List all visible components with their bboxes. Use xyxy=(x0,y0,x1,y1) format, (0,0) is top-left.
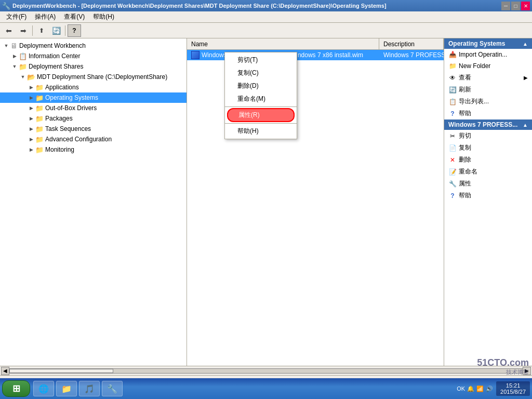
toolbar-up[interactable]: ⬆ xyxy=(35,24,48,37)
action-export-list-label: 导出列表... xyxy=(459,97,489,106)
scroll-left-btn[interactable]: ◀ xyxy=(1,367,9,375)
maximize-button[interactable]: □ xyxy=(511,2,520,10)
clock-area[interactable]: 15:21 2015/8/27 xyxy=(496,381,530,396)
action-help-win7[interactable]: ? 帮助 xyxy=(444,190,532,202)
col-name-label: Name xyxy=(191,41,208,48)
menu-view[interactable]: 查看(V) xyxy=(60,11,89,22)
app-icon: 🔧 xyxy=(2,2,10,10)
taskbar-explorer[interactable]: 📁 xyxy=(56,381,77,396)
tree-label-task-sequences: Task Sequences xyxy=(45,125,91,132)
ctx-separator xyxy=(225,107,297,107)
tree-item-packages[interactable]: ▶ 📁 Packages xyxy=(0,113,187,124)
tree-item-monitoring[interactable]: ▶ 📁 Monitoring xyxy=(0,144,187,155)
tree-toggle-packages[interactable]: ▶ xyxy=(27,114,35,123)
tree-item-advanced-configuration[interactable]: ▶ 📁 Advanced Configuration xyxy=(0,134,187,144)
clock-time: 15:21 xyxy=(500,382,526,389)
actions-section-win7-chevron[interactable]: ▲ xyxy=(523,122,528,128)
action-export-list[interactable]: 📋 导出列表... xyxy=(444,96,532,108)
tree-toggle-information-center[interactable]: ▶ xyxy=(10,52,19,60)
tree-toggle-deployment-workbench[interactable]: ▼ xyxy=(2,42,10,50)
action-rename[interactable]: 📝 重命名 xyxy=(444,166,532,178)
action-refresh-label: 刷新 xyxy=(459,85,471,94)
action-import-os[interactable]: 📥 Import Operatin... xyxy=(444,49,532,60)
sys-tray: OK 🔔 📶 🔊 xyxy=(457,385,493,392)
ctx-cut[interactable]: 剪切(T) xyxy=(225,54,297,66)
window-title: DeploymentWorkbench - [Deployment Workbe… xyxy=(12,3,501,9)
minimize-button[interactable]: ─ xyxy=(501,2,510,10)
action-delete[interactable]: ✕ 删除 xyxy=(444,154,532,166)
tree-pane: ▼ 🖥 Deployment Workbench ▶ 📋 Information… xyxy=(0,38,187,366)
tree-item-operating-systems[interactable]: ▶ 📁 Operating Systems xyxy=(0,92,187,103)
ctx-help[interactable]: 帮助(H) xyxy=(225,125,297,138)
menu-help[interactable]: 帮助(H) xyxy=(89,11,118,22)
ctx-rename[interactable]: 重命名(M) xyxy=(225,92,297,105)
action-new-folder[interactable]: 📁 New Folder xyxy=(444,60,532,72)
taskbar-ie[interactable]: 🌐 xyxy=(33,381,54,396)
tree-toggle-applications[interactable]: ▶ xyxy=(27,83,35,91)
close-button[interactable]: ✕ xyxy=(521,2,530,10)
help-win7-icon: ? xyxy=(448,192,457,200)
clock-date: 2015/8/27 xyxy=(500,389,526,395)
action-view[interactable]: 👁 查看 ▶ xyxy=(444,72,532,84)
action-cut[interactable]: ✂ 剪切 xyxy=(444,130,532,142)
actions-section-os: Operating Systems ▲ xyxy=(444,38,532,49)
tree-toggle-mdt[interactable]: ▼ xyxy=(19,73,27,81)
action-cut-label: 剪切 xyxy=(459,131,471,140)
col-header-name[interactable]: Name xyxy=(187,38,379,49)
scrollbar-thumb[interactable] xyxy=(9,369,113,373)
toolbar-back[interactable]: ⬅ xyxy=(2,24,16,37)
tree-item-applications[interactable]: ▶ 📁 Applications xyxy=(0,82,187,92)
tree-toggle-monitoring[interactable]: ▶ xyxy=(27,145,35,154)
taskbar-tools[interactable]: 🔧 xyxy=(102,381,123,396)
title-bar: 🔧 DeploymentWorkbench - [Deployment Work… xyxy=(0,0,532,11)
tree-toggle-advanced[interactable]: ▶ xyxy=(27,135,35,143)
ctx-separator-2 xyxy=(225,123,297,124)
ctx-properties[interactable]: 属性(R) xyxy=(227,108,295,122)
rename-icon: 📝 xyxy=(448,168,457,176)
menu-file[interactable]: 文件(F) xyxy=(2,11,31,22)
action-properties[interactable]: 🔧 属性 xyxy=(444,178,532,190)
toolbar-refresh[interactable]: 🔄 xyxy=(49,24,63,37)
view-submenu-arrow: ▶ xyxy=(524,75,528,81)
new-folder-icon: 📁 xyxy=(448,62,457,70)
tree-toggle-os[interactable]: ▶ xyxy=(27,94,35,102)
start-button[interactable]: ⊞ xyxy=(2,380,30,397)
tree-label-drivers: Out-of-Box Drivers xyxy=(45,104,97,112)
toolbar: ⬅ ➡ ⬆ 🔄 ? xyxy=(0,23,532,38)
tree-item-oob-drivers[interactable]: ▶ 📁 Out-of-Box Drivers xyxy=(0,103,187,113)
deployment-shares-icon: 📁 xyxy=(19,63,27,71)
tree-item-mdt-deployment-share[interactable]: ▼ 📂 MDT Deployment Share (C:\DeploymentS… xyxy=(0,72,187,82)
tree-toggle-deployment-shares[interactable]: ▼ xyxy=(10,62,19,71)
taskbar-media[interactable]: 🎵 xyxy=(79,381,100,396)
mdt-icon: 📂 xyxy=(27,73,35,81)
tree-toggle-task-sequences[interactable]: ▶ xyxy=(27,125,35,133)
taskbar-right: OK 🔔 📶 🔊 15:21 2015/8/27 xyxy=(457,381,530,396)
toolbar-forward[interactable]: ➡ xyxy=(17,24,30,37)
scroll-right-btn[interactable]: ▶ xyxy=(523,367,531,375)
tree-item-information-center[interactable]: ▶ 📋 Information Center xyxy=(0,51,187,61)
tree-toggle-drivers[interactable]: ▶ xyxy=(27,104,35,112)
tree-item-deployment-shares[interactable]: ▼ 📁 Deployment Shares xyxy=(0,61,187,72)
cut-icon: ✂ xyxy=(448,132,457,140)
ctx-delete[interactable]: 删除(D) xyxy=(225,79,297,92)
deployment-workbench-icon: 🖥 xyxy=(10,42,18,50)
tree-label-os: Operating Systems xyxy=(45,94,98,101)
ctx-copy[interactable]: 复制(C) xyxy=(225,66,297,79)
actions-section-win7-label: Windows 7 PROFESS... xyxy=(448,121,517,128)
toolbar-help[interactable]: ? xyxy=(68,24,81,37)
col-header-description[interactable]: Description xyxy=(379,38,444,49)
scrollbar-track[interactable] xyxy=(9,368,523,374)
tree-label-applications: Applications xyxy=(45,84,79,91)
help-os-icon: ? xyxy=(448,110,457,118)
applications-icon: 📁 xyxy=(35,84,44,91)
menu-action[interactable]: 操作(A) xyxy=(31,11,60,22)
actions-section-os-chevron[interactable]: ▲ xyxy=(523,41,528,47)
action-properties-label: 属性 xyxy=(459,179,471,188)
action-refresh[interactable]: 🔄 刷新 xyxy=(444,84,532,96)
tray-icon-2: 📶 xyxy=(476,385,484,392)
tree-item-deployment-workbench[interactable]: ▼ 🖥 Deployment Workbench xyxy=(0,41,187,51)
view-icon: 👁 xyxy=(448,74,457,82)
action-help-os[interactable]: ? 帮助 xyxy=(444,108,532,119)
action-copy[interactable]: 📄 复制 xyxy=(444,142,532,154)
tree-item-task-sequences[interactable]: ▶ 📁 Task Sequences xyxy=(0,124,187,134)
